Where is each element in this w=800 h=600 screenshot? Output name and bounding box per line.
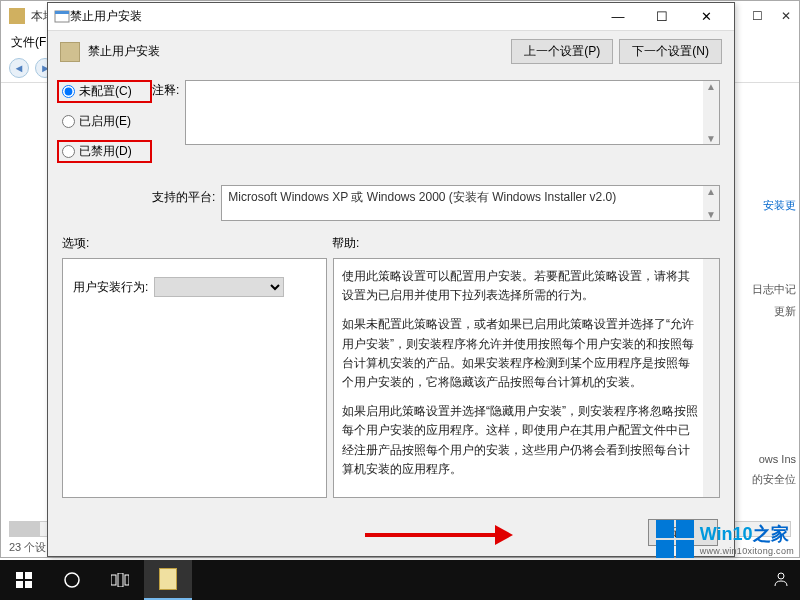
previous-setting-button[interactable]: 上一个设置(P) — [511, 39, 613, 64]
comment-label: 注释: — [152, 80, 179, 99]
svg-point-6 — [65, 573, 79, 587]
taskbar-app[interactable] — [144, 560, 192, 600]
radio-disabled[interactable]: 已禁用(D) — [57, 140, 152, 163]
svg-rect-7 — [111, 575, 116, 585]
radio-enabled-label: 已启用(E) — [79, 113, 131, 130]
minimize-button[interactable]: — — [596, 3, 640, 31]
radio-disabled-input[interactable] — [62, 145, 75, 158]
user-install-behavior-select[interactable] — [154, 277, 284, 297]
help-paragraph: 使用此策略设置可以配置用户安装。若要配置此策略设置，请将其设置为已启用并使用下拉… — [342, 267, 699, 305]
maximize-button[interactable]: ☐ — [640, 3, 684, 31]
supported-platform-label: 支持的平台: — [152, 185, 215, 206]
status-text: 23 个设 — [9, 540, 46, 555]
svg-rect-1 — [55, 11, 69, 14]
policy-header-title: 禁止用户安装 — [88, 43, 160, 60]
parent-maximize-icon[interactable]: ☐ — [752, 9, 763, 23]
task-view-button[interactable] — [96, 560, 144, 600]
radio-not-configured-label: 未配置(C) — [79, 83, 132, 100]
next-setting-button[interactable]: 下一个设置(N) — [619, 39, 722, 64]
windows-logo-icon — [656, 520, 694, 558]
behind-text: 更新 — [774, 304, 796, 319]
behind-text: 日志中记 — [752, 282, 796, 297]
behind-text: ows Ins — [759, 453, 796, 465]
notepad-icon — [159, 568, 177, 590]
scrollbar[interactable]: ▲▼ — [703, 186, 719, 220]
circle-icon — [63, 571, 81, 589]
watermark-brand2: 之家 — [753, 524, 789, 544]
scrollbar[interactable] — [703, 259, 719, 497]
dialog-icon — [54, 9, 70, 25]
help-label: 帮助: — [332, 235, 720, 252]
behind-link: 安装更 — [763, 198, 796, 213]
svg-rect-8 — [118, 573, 123, 587]
svg-point-10 — [778, 573, 784, 579]
policy-header-icon — [60, 42, 80, 62]
radio-not-configured[interactable]: 未配置(C) — [57, 80, 152, 103]
svg-rect-2 — [16, 572, 23, 579]
dialog-title: 禁止用户安装 — [70, 8, 142, 25]
svg-rect-5 — [25, 581, 32, 588]
policy-dialog: 禁止用户安装 — ☐ ✕ 禁止用户安装 上一个设置(P) 下一个设置(N) 未配… — [47, 2, 735, 557]
radio-disabled-label: 已禁用(D) — [79, 143, 132, 160]
svg-rect-4 — [16, 581, 23, 588]
scrollbar[interactable]: ▲▼ — [703, 81, 719, 144]
watermark: Win10之家 www.win10xitong.com — [656, 520, 794, 558]
svg-rect-9 — [125, 575, 129, 585]
comment-textarea[interactable]: ▲▼ — [185, 80, 720, 145]
taskview-icon — [111, 573, 129, 587]
radio-enabled-input[interactable] — [62, 115, 75, 128]
help-paragraph: 如果启用此策略设置并选择“隐藏用户安装”，则安装程序将忽略按照每个用户安装的应用… — [342, 402, 699, 479]
options-panel: 用户安装行为: — [62, 258, 327, 498]
behind-text: 的安全位 — [752, 472, 796, 487]
dialog-titlebar: 禁止用户安装 — ☐ ✕ — [48, 3, 734, 31]
windows-icon — [16, 572, 32, 588]
cortana-button[interactable] — [48, 560, 96, 600]
help-panel: 使用此策略设置可以配置用户安装。若要配置此策略设置，请将其设置为已启用并使用下拉… — [333, 258, 720, 498]
close-button[interactable]: ✕ — [684, 3, 728, 31]
supported-platform-box: Microsoft Windows XP 或 Windows 2000 (安装有… — [221, 185, 720, 221]
help-paragraph: 如果未配置此策略设置，或者如果已启用此策略设置并选择了“允许用户安装”，则安装程… — [342, 315, 699, 392]
parent-close-icon[interactable]: ✕ — [781, 9, 791, 23]
back-icon[interactable]: ◄ — [9, 58, 29, 78]
supported-platform-value: Microsoft Windows XP 或 Windows 2000 (安装有… — [228, 190, 616, 204]
radio-not-configured-input[interactable] — [62, 85, 75, 98]
options-label: 选项: — [62, 235, 332, 252]
watermark-brand: Win10 — [700, 524, 753, 544]
radio-enabled[interactable]: 已启用(E) — [62, 113, 152, 130]
watermark-url: www.win10xitong.com — [700, 546, 794, 556]
start-button[interactable] — [0, 560, 48, 600]
people-icon[interactable] — [772, 570, 790, 591]
taskbar — [0, 560, 800, 600]
editor-icon — [9, 8, 25, 24]
user-install-behavior-label: 用户安装行为: — [73, 279, 148, 296]
svg-rect-3 — [25, 572, 32, 579]
